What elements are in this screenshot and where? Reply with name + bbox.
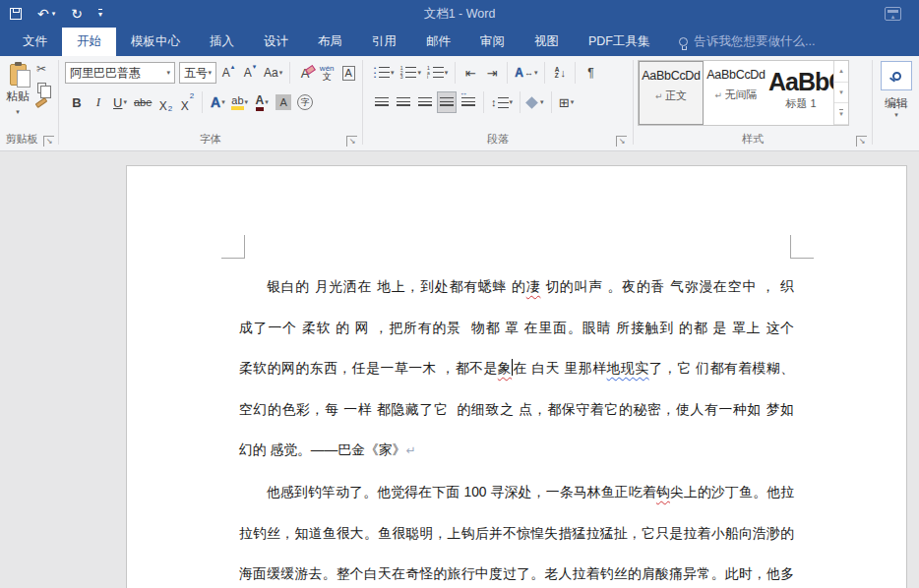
styles-scroll-down-icon[interactable]: ▾ bbox=[834, 83, 848, 104]
align-left-button[interactable] bbox=[372, 91, 392, 113]
text-line: 幻的 感觉。——巴金《家》↵ bbox=[239, 430, 794, 472]
multilevel-list-icon: 1ai bbox=[427, 66, 430, 80]
text-segment: 银白的 月光洒在 地上，到处都有蟋蟀 的 bbox=[267, 279, 526, 294]
asian-layout-icon: A bbox=[515, 66, 523, 80]
shading-button[interactable]: ▾ bbox=[525, 91, 546, 113]
distribute-icon bbox=[461, 97, 475, 108]
style-preview: AaBbCcDd bbox=[640, 69, 703, 83]
paste-label: 粘贴 bbox=[6, 88, 30, 105]
bold-button[interactable]: B bbox=[67, 91, 87, 113]
cut-icon[interactable]: ✂ bbox=[36, 62, 46, 76]
misspelled-text: 钩 bbox=[656, 485, 670, 500]
character-shading-icon: A bbox=[276, 94, 291, 110]
numbering-button[interactable]: 123▾ bbox=[398, 62, 423, 84]
character-border-button[interactable]: A bbox=[338, 62, 358, 84]
font-dialog-launcher[interactable]: ↘ bbox=[346, 136, 357, 147]
tab-file[interactable]: 文件 bbox=[8, 28, 62, 56]
tab-插入[interactable]: 插入 bbox=[195, 28, 249, 56]
style-preview: AaBbC bbox=[768, 68, 833, 96]
paste-dropdown-icon[interactable]: ▾ bbox=[16, 108, 20, 116]
tell-me-box[interactable]: 告诉我您想要做什么... bbox=[679, 28, 816, 56]
show-marks-button[interactable]: ¶ bbox=[581, 62, 600, 84]
align-left-icon bbox=[375, 97, 389, 108]
tab-模板中心[interactable]: 模板中心 bbox=[116, 28, 195, 56]
lightbulb-icon bbox=[679, 37, 688, 46]
italic-button[interactable]: I bbox=[89, 91, 108, 113]
highlight-button[interactable]: ab▾ bbox=[229, 91, 250, 113]
borders-icon: ⊞ bbox=[559, 95, 570, 110]
tab-审阅[interactable]: 审阅 bbox=[465, 28, 520, 56]
styles-gallery: AaBbCcDd↵ 正文AaBbCcDd↵ 无间隔AaBbC标题 1 ▴ ▾ ▾ bbox=[638, 60, 849, 126]
decrease-indent-button[interactable]: ⇤ bbox=[460, 62, 480, 84]
text-segment: 尖上的沙丁鱼。他拉 bbox=[670, 485, 794, 500]
text-line: 空幻的色彩，每 一样 都隐藏了它 的细致之 点，都保守着它的秘密，使人有一种如 … bbox=[239, 389, 794, 431]
tab-设计[interactable]: 设计 bbox=[249, 28, 303, 56]
shrink-font-button[interactable]: A▾ bbox=[240, 62, 260, 84]
tab-布局[interactable]: 布局 bbox=[303, 28, 357, 56]
underline-button[interactable]: U▾ bbox=[110, 91, 130, 113]
clear-formatting-icon: A bbox=[301, 66, 310, 81]
clipboard-group: 粘贴 ▾ ✂ 剪贴板 ↘ bbox=[0, 56, 57, 150]
shading-bucket-icon bbox=[525, 96, 538, 109]
font-name-value: 阿里巴巴普惠 bbox=[70, 65, 141, 82]
tab-视图[interactable]: 视图 bbox=[520, 28, 574, 56]
borders-button[interactable]: ⊞▾ bbox=[557, 91, 577, 113]
styles-more-icon[interactable]: ▾ bbox=[834, 103, 848, 125]
tab-引用[interactable]: 引用 bbox=[357, 28, 411, 56]
font-color-button[interactable]: A▾ bbox=[252, 91, 272, 113]
increase-indent-button[interactable]: ⇥ bbox=[482, 62, 502, 84]
align-center-button[interactable] bbox=[394, 91, 413, 113]
font-size-combobox[interactable]: 五号 ▾ bbox=[179, 62, 216, 84]
text-segment: 幻的 感觉。——巴金《家》 bbox=[239, 442, 405, 457]
editing-dropdown-icon[interactable]: ▾ bbox=[874, 111, 919, 119]
phonetic-guide-button[interactable]: wén文 bbox=[317, 62, 337, 84]
font-size-dropdown-icon: ▾ bbox=[208, 69, 212, 77]
clipboard-dialog-launcher[interactable]: ↘ bbox=[43, 136, 54, 147]
align-right-button[interactable] bbox=[415, 91, 435, 113]
style-item-正文[interactable]: AaBbCcDd↵ 正文 bbox=[639, 61, 704, 125]
document-text[interactable]: 银白的 月光洒在 地上，到处都有蟋蟀 的凄 切的叫声 。夜的香 气弥漫在空中 ，… bbox=[239, 266, 794, 588]
style-item-无间隔[interactable]: AaBbCcDd↵ 无间隔 bbox=[704, 61, 768, 125]
text-effects-button[interactable]: A▾ bbox=[208, 91, 227, 113]
asian-layout-button[interactable]: A↔▾ bbox=[513, 62, 539, 84]
justify-button[interactable] bbox=[437, 91, 457, 113]
paste-button[interactable]: 粘贴 ▾ bbox=[2, 60, 33, 135]
enclose-characters-button[interactable]: 字 bbox=[295, 91, 315, 113]
distribute-button[interactable] bbox=[459, 91, 478, 113]
style-item-标题 1[interactable]: AaBbC标题 1 bbox=[768, 61, 833, 125]
paragraph-dialog-launcher[interactable]: ↘ bbox=[616, 136, 627, 147]
margin-corner-mark-right bbox=[790, 235, 814, 259]
search-icon bbox=[892, 72, 901, 81]
misspelled-text: 凄 bbox=[526, 279, 541, 294]
text-effects-icon: A bbox=[211, 94, 220, 110]
multilevel-list-button[interactable]: 1ai▾ bbox=[425, 62, 450, 84]
format-painter-icon[interactable] bbox=[35, 97, 48, 108]
styles-scrollbar: ▴ ▾ ▾ bbox=[833, 61, 848, 125]
tab-PDF工具集[interactable]: PDF工具集 bbox=[574, 28, 665, 56]
styles-scroll-up-icon[interactable]: ▴ bbox=[834, 61, 848, 83]
styles-dialog-launcher[interactable]: ↘ bbox=[856, 136, 867, 147]
text-segment: 柔软的网的东西，任是一草一木 ，都不是 bbox=[239, 361, 498, 376]
document-page[interactable]: 银白的 月光洒在 地上，到处都有蟋蟀 的凄 切的叫声 。夜的香 气弥漫在空中 ，… bbox=[126, 165, 907, 588]
change-case-button[interactable]: Aa▾ bbox=[262, 62, 284, 84]
strikethrough-button[interactable]: abe bbox=[132, 91, 153, 113]
sort-button[interactable]: AZ↓ bbox=[550, 62, 570, 84]
text-line: 银白的 月光洒在 地上，到处都有蟋蟀 的凄 切的叫声 。夜的香 气弥漫在空中 ，… bbox=[239, 266, 794, 308]
ribbon-display-options-button[interactable] bbox=[885, 7, 901, 21]
grow-font-button[interactable]: A▴ bbox=[218, 62, 238, 84]
tab-开始[interactable]: 开始 bbox=[62, 28, 116, 56]
copy-icon[interactable] bbox=[37, 83, 46, 93]
tab-邮件[interactable]: 邮件 bbox=[411, 28, 465, 56]
subscript-button[interactable]: X2 bbox=[155, 91, 175, 113]
line-spacing-button[interactable]: ↕▾ bbox=[489, 91, 515, 113]
bullets-button[interactable]: •••▾ bbox=[372, 62, 397, 84]
character-shading-button[interactable]: A bbox=[274, 91, 293, 113]
find-button[interactable] bbox=[881, 61, 912, 90]
font-name-combobox[interactable]: 阿里巴巴普惠 ▾ bbox=[65, 62, 175, 84]
text-segment: 拉钓丝，知道鱼很大。鱼很聪明，上钩后并不惊惶失措猛拉猛扯，它只是拉着小船向浩渺的 bbox=[239, 526, 794, 541]
font-color-icon: A bbox=[256, 94, 265, 111]
phonetic-guide-icon: wén文 bbox=[320, 65, 335, 81]
superscript-button[interactable]: X2 bbox=[177, 91, 197, 113]
clear-formatting-button[interactable]: A bbox=[295, 62, 315, 84]
text-line: 海面缓缓游去。整个白天在奇怪的旅行中度过了。老人拉着钓丝的肩酸痛异常。此时，他多 bbox=[239, 554, 794, 588]
